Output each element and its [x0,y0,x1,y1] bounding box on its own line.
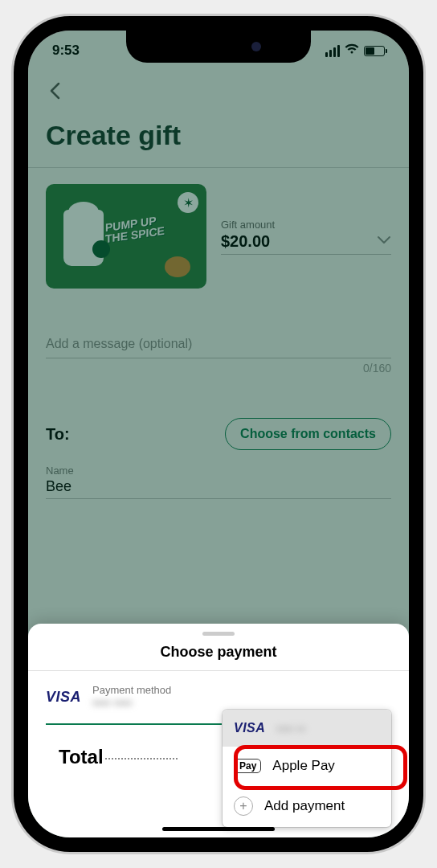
message-counter: 0/160 [46,362,391,375]
name-input[interactable]: Name Bee [46,465,391,499]
payment-sheet: Choose payment VISA Payment method •••• … [28,624,409,837]
sheet-grabber[interactable] [202,632,235,636]
divider [28,167,409,168]
page-title: Create gift [46,120,391,151]
status-right [325,43,385,58]
visa-icon: VISA [234,721,265,735]
choose-contacts-button[interactable]: Choose from contacts [225,418,391,450]
payment-dropdown: VISA •••• •• Pay Apple Pay + Add payment [223,710,391,827]
notch [126,31,311,63]
clock: 9:53 [52,43,80,59]
back-button[interactable] [46,71,391,115]
name-label: Name [46,465,391,477]
to-label: To: [46,425,70,444]
apple-pay-icon: Pay [234,759,261,773]
payment-option-add[interactable]: + Add payment [223,785,391,827]
visa-icon: VISA [46,689,81,706]
screen: 9:53 Create gift PUMP UP [28,31,409,837]
card-last-digits: •••• •• [276,722,305,735]
payment-option-visa[interactable]: VISA •••• •• [223,710,391,747]
phone-frame: 9:53 Create gift PUMP UP [14,16,423,852]
plus-icon: + [234,796,253,816]
apple-pay-label: Apple Pay [272,758,335,774]
home-indicator[interactable] [162,827,275,831]
add-payment-label: Add payment [264,798,345,814]
gift-amount-label: Gift amount [221,219,275,231]
chevron-down-icon [377,231,391,251]
sheet-title: Choose payment [28,644,409,661]
total-label: Total [59,746,104,768]
message-input[interactable]: Add a message (optional) [46,337,391,358]
gift-card-image[interactable]: PUMP UP THE SPICE ✶ [46,184,206,289]
battery-icon [364,46,385,56]
signal-icon [325,45,340,57]
payment-method-value: •••• •••• [92,696,171,710]
gift-row: PUMP UP THE SPICE ✶ Gift amount $20.00 [46,184,391,289]
gift-amount-value: $20.00 [221,232,275,251]
wifi-icon [345,43,359,58]
payment-method-label: Payment method [92,684,171,696]
payment-option-apple-pay[interactable]: Pay Apple Pay [223,747,391,785]
gift-amount-selector[interactable]: Gift amount $20.00 [221,219,391,255]
name-value: Bee [46,478,391,495]
starbucks-logo-icon: ✶ [178,192,198,213]
